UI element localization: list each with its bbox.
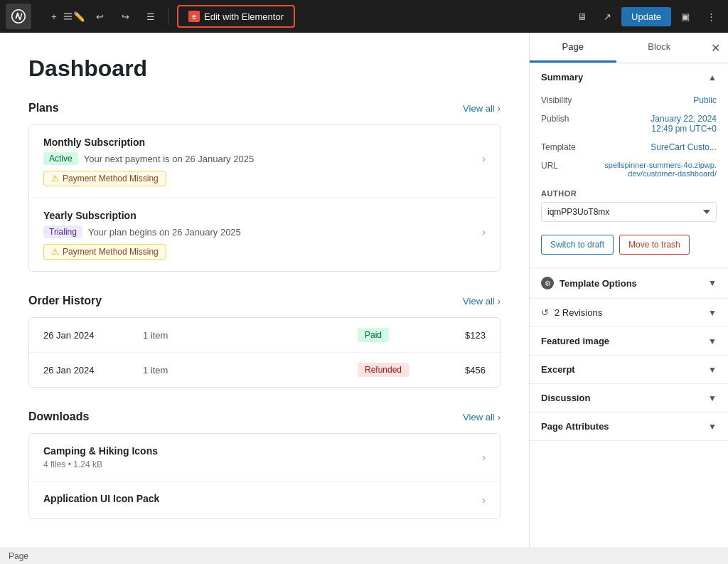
- list-button[interactable]: ☰: [139, 5, 162, 28]
- publish-row: Publish January 22, 2024 12:49 pm UTC+0: [541, 110, 717, 138]
- download-name-0: Camping & Hiking Icons: [43, 445, 158, 457]
- page-title: Dashboard: [28, 55, 500, 82]
- plan-status-badge-monthly: Active: [43, 152, 78, 165]
- download-row-1[interactable]: Application UI Icon Pack ›: [29, 481, 500, 518]
- order-date-0: 26 Jan 2024: [43, 330, 143, 341]
- more-options-button[interactable]: ⋮: [700, 5, 722, 28]
- tools-button[interactable]: ✏️: [63, 5, 85, 28]
- plans-card: Monthly Subscription Active Your next pa…: [28, 124, 500, 272]
- add-button[interactable]: +: [37, 5, 60, 28]
- url-value[interactable]: spellspinner-summers-4o.zipwp.dev/custom…: [603, 161, 717, 178]
- template-label: Template: [541, 142, 576, 152]
- excerpt-header[interactable]: Excerpt ▼: [530, 356, 728, 383]
- plan-status-line-yearly: Trialing Your plan begins on 26 January …: [43, 225, 486, 238]
- downloads-view-all-link[interactable]: View all ›: [463, 412, 500, 422]
- order-row-1[interactable]: 26 Jan 2024 1 item Refunded $456: [29, 353, 500, 387]
- order-amount-1: $456: [429, 365, 486, 376]
- undo-button[interactable]: ↩: [88, 5, 111, 28]
- plan-date-monthly: Your next payment is on 26 January 2025: [84, 154, 254, 164]
- discussion-chevron: ▼: [708, 393, 717, 403]
- orders-section: Order History View all › 26 Jan 2024 1 i…: [28, 294, 500, 388]
- author-select[interactable]: iqmPP3UoT8mx: [541, 202, 717, 222]
- plan-row-yearly[interactable]: Yearly Subscription Trialing Your plan b…: [29, 198, 500, 271]
- order-items-1: 1 item: [143, 365, 358, 376]
- page-attributes-section: Page Attributes ▼: [530, 413, 728, 441]
- tab-page[interactable]: Page: [530, 33, 616, 63]
- downloads-section: Downloads View all › Camping & Hiking Ic…: [28, 410, 500, 519]
- page-attributes-header[interactable]: Page Attributes ▼: [530, 413, 728, 440]
- page-attributes-label: Page Attributes: [541, 421, 609, 432]
- download-info-1: Application UI Icon Pack: [43, 493, 159, 507]
- warning-icon-monthly: ⚠: [51, 174, 59, 183]
- plan-warning-yearly: ⚠ Payment Method Missing: [43, 244, 166, 260]
- edit-elementor-button[interactable]: e Edit with Elementor: [177, 5, 295, 28]
- publish-date[interactable]: January 22, 2024: [651, 114, 717, 124]
- visibility-value[interactable]: Public: [693, 95, 717, 105]
- featured-image-section: Featured image ▼: [530, 327, 728, 356]
- url-row: URL spellspinner-summers-4o.zipwp.dev/cu…: [541, 156, 717, 182]
- summary-collapse-icon: ▲: [708, 73, 717, 83]
- download-info-0: Camping & Hiking Icons 4 files • 1.24 kB: [43, 445, 158, 469]
- template-options-label: Template Options: [560, 278, 637, 289]
- revisions-label: 2 Revisions: [555, 307, 702, 318]
- move-to-trash-button[interactable]: Move to trash: [619, 235, 690, 255]
- preview-external-button[interactable]: ↗: [596, 5, 619, 28]
- summary-section: Summary ▲ Visibility Public Publish Janu…: [530, 63, 728, 268]
- update-button[interactable]: Update: [621, 7, 671, 26]
- status-bar-text: Page: [9, 551, 28, 561]
- excerpt-label: Excerpt: [541, 364, 575, 375]
- order-amount-0: $123: [429, 330, 486, 341]
- orders-section-header: Order History View all ›: [28, 294, 500, 307]
- template-options-section[interactable]: ⚙ Template Options ▼: [530, 268, 728, 299]
- discussion-header[interactable]: Discussion ▼: [530, 384, 728, 412]
- plan-warning-monthly: ⚠ Payment Method Missing: [43, 171, 166, 186]
- publish-label: Publish: [541, 114, 569, 124]
- panel-tabs: Page Block ✕: [530, 33, 728, 63]
- panel-close-button[interactable]: ✕: [702, 33, 728, 63]
- page-attributes-chevron: ▼: [708, 422, 717, 432]
- summary-section-header[interactable]: Summary ▲: [530, 63, 728, 91]
- switch-to-draft-button[interactable]: Switch to draft: [541, 235, 614, 255]
- download-chevron-1: ›: [482, 494, 486, 506]
- summary-section-content: Visibility Public Publish January 22, 20…: [530, 91, 728, 267]
- template-options-chevron: ▼: [708, 278, 717, 288]
- right-panel: Page Block ✕ Summary ▲ Visibility Public…: [529, 33, 728, 548]
- downloads-section-header: Downloads View all ›: [28, 410, 500, 423]
- redo-button[interactable]: ↪: [114, 5, 136, 28]
- publish-time[interactable]: 12:49 pm UTC+0: [651, 124, 717, 134]
- template-value[interactable]: SureCart Custo...: [651, 142, 717, 152]
- plan-row-monthly[interactable]: Monthly Subscription Active Your next pa…: [29, 125, 500, 198]
- warning-icon-yearly: ⚠: [51, 247, 59, 257]
- visibility-row: Visibility Public: [541, 91, 717, 110]
- featured-image-header[interactable]: Featured image ▼: [530, 327, 728, 355]
- order-row-0[interactable]: 26 Jan 2024 1 item Paid $123: [29, 318, 500, 353]
- url-label: URL: [541, 161, 558, 171]
- status-bar: Page: [0, 548, 728, 564]
- tab-block[interactable]: Block: [616, 33, 703, 63]
- discussion-label: Discussion: [541, 393, 590, 403]
- downloads-section-title: Downloads: [28, 410, 89, 423]
- revisions-section[interactable]: ↺ 2 Revisions ▼: [530, 299, 728, 327]
- plan-date-yearly: Your plan begins on 26 January 2025: [88, 227, 241, 238]
- plans-view-all-link[interactable]: View all ›: [463, 103, 500, 114]
- visibility-label: Visibility: [541, 95, 572, 105]
- revisions-chevron: ▼: [708, 308, 717, 318]
- plan-status-line-monthly: Active Your next payment is on 26 Januar…: [43, 152, 486, 165]
- order-status-0: Paid: [358, 328, 429, 342]
- template-row: Template SureCart Custo...: [541, 138, 717, 156]
- download-meta-0: 4 files • 1.24 kB: [43, 459, 158, 469]
- excerpt-section: Excerpt ▼: [530, 356, 728, 384]
- sidebar-toggle-button[interactable]: ▣: [674, 5, 697, 28]
- order-status-1: Refunded: [358, 363, 429, 377]
- panel-btn-row: Switch to draft Move to trash: [541, 229, 717, 257]
- wp-logo: [6, 4, 31, 29]
- download-row-0[interactable]: Camping & Hiking Icons 4 files • 1.24 kB…: [29, 434, 500, 481]
- toolbar: + ✏️ ↩ ↪ ☰ e Edit with Elementor 🖥 ↗ Upd…: [0, 0, 728, 33]
- orders-view-all-link[interactable]: View all ›: [463, 296, 500, 307]
- template-options-icon: ⚙: [541, 277, 554, 289]
- orders-card: 26 Jan 2024 1 item Paid $123 26 Jan 2024…: [28, 317, 500, 388]
- order-items-0: 1 item: [143, 330, 358, 341]
- download-chevron-0: ›: [482, 452, 486, 463]
- preview-desktop-button[interactable]: 🖥: [570, 5, 593, 28]
- discussion-section: Discussion ▼: [530, 384, 728, 413]
